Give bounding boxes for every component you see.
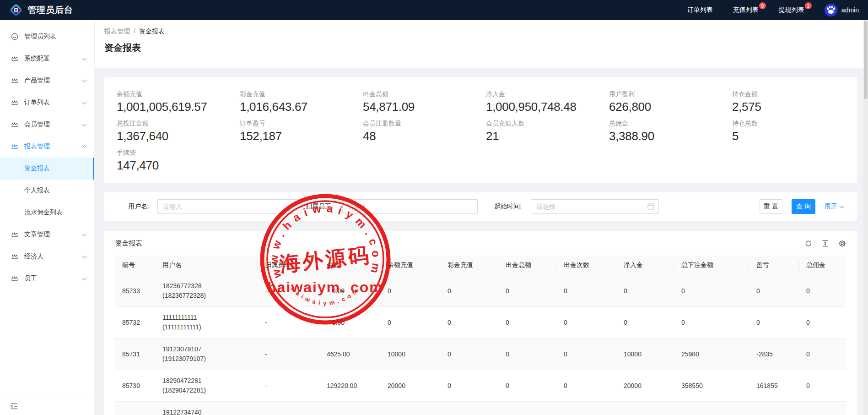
filter-bar: 用户名: 归属员工: 起始时间: 重 置 查 询 展开 — [104, 192, 857, 221]
col-total-bet: 总下注金额 — [674, 256, 749, 275]
start-time-input[interactable] — [531, 199, 659, 214]
table-card: 资金报表 — [104, 231, 857, 415]
chevron-down-icon — [82, 254, 87, 258]
main-content: 报表管理 / 资金报表 资金报表 余额充值 1,001,005,619.57 彩… — [95, 20, 868, 415]
table-toolbar: 资金报表 — [115, 231, 846, 256]
stat-member-registered: 会员注册数量 48 — [363, 119, 486, 144]
stat-total-bet: 总投注金额 1,367,640 — [117, 119, 240, 144]
expand-link[interactable]: 展开 — [825, 192, 843, 221]
chevron-down-icon — [82, 276, 87, 280]
page-title: 资金报表 — [104, 42, 857, 54]
staff-input[interactable] — [342, 199, 478, 214]
stat-user-profit: 用户盈利 626,800 — [609, 89, 732, 115]
breadcrumb: 报表管理 / 资金报表 — [104, 27, 857, 36]
crown-icon — [11, 275, 18, 282]
page-scrollbar — [863, 20, 868, 415]
table-row-partial: 19122734740 (19122734740) — [115, 401, 846, 415]
breadcrumb-separator: / — [134, 27, 135, 36]
sidebar: 管理员列表 系统配置 产品管理 订单列表 — [0, 20, 95, 415]
stat-balance-recharge: 余额充值 1,001,005,619.57 — [117, 89, 240, 115]
crown-icon — [11, 99, 18, 106]
crown-icon — [11, 55, 18, 62]
sidebar-subitem-commission-list[interactable]: 流水佣金列表 — [0, 202, 94, 224]
crown-icon — [11, 121, 18, 128]
paw-icon — [825, 4, 837, 16]
smile-icon — [11, 33, 18, 40]
start-time-picker[interactable] — [531, 199, 659, 214]
col-username: 用户名 — [155, 256, 258, 275]
brand-logo[interactable]: 管理员后台 — [9, 3, 73, 17]
stat-withdraw-total: 出金总额 54,871.09 — [363, 89, 486, 115]
stats-grid: 余额充值 1,001,005,619.57 彩金充值 1,016,643.67 … — [117, 89, 857, 177]
staff-label: 归属员工: — [306, 192, 333, 221]
sidebar-item-report-mgmt[interactable]: 报表管理 — [0, 136, 94, 158]
sidebar-item-admin-list[interactable]: 管理员列表 — [0, 26, 94, 48]
stats-card: 余额充值 1,001,005,619.57 彩金充值 1,016,643.67 … — [104, 77, 857, 183]
sidebar-item-product-mgmt[interactable]: 产品管理 — [0, 70, 94, 92]
col-id: 编号 — [115, 256, 155, 275]
col-withdraw: 出金总额 — [498, 256, 556, 275]
sidebar-item-member-mgmt[interactable]: 会员管理 — [0, 114, 94, 136]
username: admin — [841, 6, 859, 14]
top-nav: 订单列表 充值列表 9 提现列表 1 — [687, 6, 804, 14]
refresh-icon[interactable] — [804, 240, 812, 247]
sidebar-footer — [0, 397, 94, 415]
col-commission: 总佣金 — [799, 256, 846, 275]
scrollbar-thumb[interactable] — [864, 21, 868, 99]
crown-icon — [11, 253, 18, 260]
stat-fee: 手续费 147,470 — [117, 148, 240, 173]
table-row: 85733 18236772328 (18236772328) - 0.00 0… — [115, 275, 846, 306]
search-button[interactable]: 查 询 — [792, 199, 815, 214]
sidebar-item-system-config[interactable]: 系统配置 — [0, 48, 94, 70]
col-balance: 余额 — [319, 256, 380, 275]
stat-position-count: 持仓总数 5 — [732, 119, 855, 144]
chevron-down-icon — [82, 56, 87, 60]
stat-position-amount: 持仓金额 2,575 — [732, 89, 855, 115]
top-bar: 管理员后台 订单列表 充值列表 9 提现列表 1 — [0, 0, 868, 20]
stat-member-recharged: 会员充值人数 21 — [486, 119, 609, 144]
recharge-badge: 9 — [759, 2, 766, 10]
table-header-row: 编号 用户名 归属员工 余额 余额充值 彩金充值 出金总额 出金次数 净入金 总… — [115, 256, 846, 275]
sidebar-subitem-personal-report[interactable]: 个人报表 — [0, 180, 94, 202]
chevron-up-icon — [82, 145, 87, 149]
sidebar-item-article-mgmt[interactable]: 文章管理 — [0, 224, 94, 246]
admin-app: 管理员后台 订单列表 充值列表 9 提现列表 1 — [0, 0, 868, 415]
stat-bonus-recharge: 彩金充值 1,016,643.67 — [240, 89, 363, 115]
gear-icon[interactable] — [838, 240, 846, 247]
chevron-down-icon — [82, 78, 87, 82]
withdraw-badge: 1 — [804, 2, 812, 10]
col-balance-rchg: 余额充值 — [380, 256, 440, 275]
col-net-deposit: 净入金 — [616, 256, 674, 275]
crown-icon — [11, 143, 18, 150]
sidebar-subitem-fund-report[interactable]: 资金报表 — [0, 158, 94, 180]
col-withdraw-cnt: 出金次数 — [556, 256, 616, 275]
table-row: 85730 18290472281 (18290472281) - 129220… — [115, 370, 846, 401]
menu-fold-icon[interactable] — [10, 402, 18, 410]
avatar — [825, 4, 837, 16]
table-title: 资金报表 — [115, 239, 142, 248]
page-header: 报表管理 / 资金报表 资金报表 — [95, 20, 868, 68]
stat-total-commission: 总佣金 3,388.90 — [609, 119, 732, 144]
sidebar-menu: 管理员列表 系统配置 产品管理 订单列表 — [0, 20, 94, 289]
chevron-down-icon — [82, 232, 87, 236]
table-toolbar-icons — [804, 240, 846, 247]
chevron-down-icon — [840, 204, 844, 208]
chevron-down-icon — [82, 122, 87, 126]
nav-order-list[interactable]: 订单列表 — [687, 6, 713, 14]
nav-withdraw-list[interactable]: 提现列表 1 — [779, 6, 804, 14]
col-pnl: 盈亏 — [749, 256, 799, 275]
reset-button[interactable]: 重 置 — [760, 199, 782, 214]
chevron-down-icon — [82, 100, 87, 104]
username-label: 用户名: — [128, 192, 149, 221]
column-height-icon[interactable] — [821, 240, 829, 247]
username-input[interactable] — [157, 199, 302, 214]
breadcrumb-parent[interactable]: 报表管理 — [104, 27, 130, 36]
sidebar-item-staff[interactable]: 员工 — [0, 268, 94, 289]
sidebar-item-order-list[interactable]: 订单列表 — [0, 92, 94, 114]
sidebar-item-broker[interactable]: 经济人 — [0, 246, 94, 268]
stat-net-deposit: 净入金 1,000,950,748.48 — [486, 89, 609, 115]
user-menu[interactable]: admin — [825, 4, 859, 16]
app-title: 管理员后台 — [27, 4, 73, 16]
breadcrumb-current: 资金报表 — [139, 27, 165, 36]
nav-recharge-list[interactable]: 充值列表 9 — [733, 6, 759, 14]
